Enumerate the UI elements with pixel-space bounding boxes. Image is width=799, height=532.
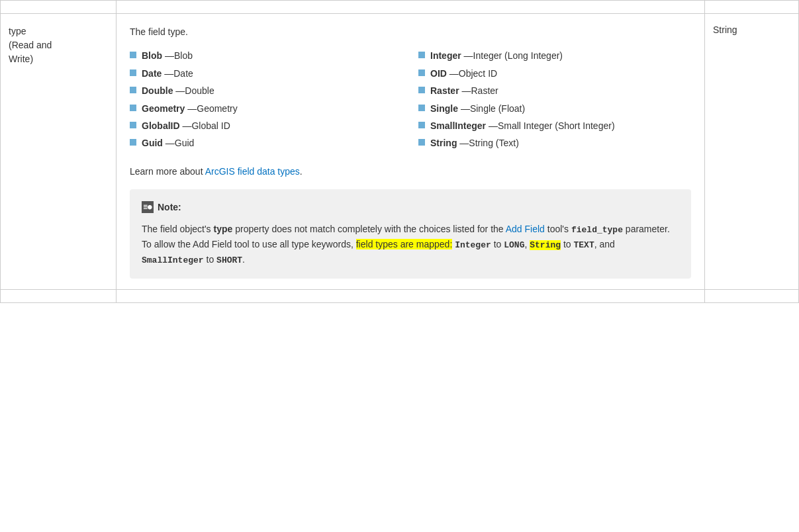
note-text-10: to [204, 254, 216, 265]
bullet-icon [130, 52, 136, 58]
bullet-icon [418, 122, 425, 128]
note-text-1: The field object's [142, 224, 214, 234]
data-table: type (Read and Write) The field type. Bl… [0, 0, 799, 303]
list-item: Single —Single (Float) [418, 101, 691, 116]
bullet-icon [418, 139, 425, 146]
list-item-text: GlobalID —Global ID [142, 118, 230, 133]
note-header: ≡● Note: [142, 200, 679, 214]
note-header-label: Note: [158, 200, 181, 214]
list-item-text: Date —Date [142, 66, 193, 81]
list-item-text: Geometry —Geometry [142, 101, 238, 116]
default-value: String [713, 24, 737, 35]
note-field-type-code: field_type [571, 225, 623, 235]
note-integer-code: Integer [455, 240, 491, 250]
note-smallinteger-code: SmallInteger [142, 255, 204, 265]
bullet-icon [418, 105, 425, 111]
field-description-cell: The field type. Blob —Blob Date —Date Do… [117, 14, 705, 290]
note-text-code: TEXT [574, 240, 594, 250]
list-item-text: OID —Object ID [430, 66, 497, 81]
note-short-code: SHORT [216, 255, 242, 265]
list-item-text: Single —Single (Float) [430, 101, 525, 116]
list-item: Date —Date [130, 66, 402, 81]
note-text-11: . [242, 254, 245, 265]
note-icon: ≡● [142, 201, 154, 213]
intro-text: The field type. [130, 26, 188, 37]
note-text-2: property does not match completely with … [232, 224, 505, 234]
note-box: ≡● Note: The field object's type propert… [130, 189, 691, 279]
list-item: Blob —Blob [130, 48, 402, 63]
note-text-3: tool's [545, 224, 571, 234]
note-type-bold: type [214, 224, 233, 234]
note-body: The field object's type property does no… [142, 222, 679, 268]
learn-more-suffix: . [300, 166, 303, 177]
note-string-code: String [530, 240, 561, 250]
note-text-9: , and [594, 239, 615, 249]
learn-more-prefix: Learn more about [130, 166, 205, 177]
list-item-text: SmallInteger —Small Integer (Short Integ… [430, 118, 615, 133]
field-type-list: Blob —Blob Date —Date Double —Double Geo… [130, 48, 691, 153]
list-item: Raster —Raster [418, 83, 691, 98]
list-item-text: Raster —Raster [430, 83, 498, 98]
list-item: Guid —Guid [130, 136, 402, 150]
bullet-icon [418, 69, 425, 76]
list-item-text: Integer —Integer (Long Integer) [430, 48, 563, 63]
list-item: OID —Object ID [418, 66, 691, 81]
list-item-text: String —String (Text) [430, 136, 519, 150]
field-intro: The field type. [130, 24, 691, 39]
bullet-icon [130, 105, 136, 111]
field-default-cell: String [705, 14, 799, 290]
arcgis-field-types-link[interactable]: ArcGIS field data types [205, 166, 300, 177]
note-text-8: to [561, 239, 573, 249]
note-highlight: field types are mapped: [356, 239, 453, 249]
bullet-icon [130, 122, 136, 128]
list-item: Geometry —Geometry [130, 101, 402, 116]
table-row: type (Read and Write) The field type. Bl… [1, 14, 799, 290]
note-text-6: to [491, 239, 504, 249]
list-item: Double —Double [130, 83, 402, 98]
bullet-icon [418, 87, 425, 93]
bottom-border-row [1, 289, 799, 302]
bullet-icon [130, 139, 136, 146]
add-field-link[interactable]: Add Field [506, 224, 545, 234]
learn-more-text: Learn more about ArcGIS field data types… [130, 164, 691, 179]
field-name-label: type (Read and Write) [9, 26, 52, 64]
bullet-icon [130, 69, 136, 76]
bullet-icon [130, 87, 136, 93]
field-name-cell: type (Read and Write) [1, 14, 117, 290]
bullet-icon [418, 52, 425, 58]
top-empty-row [1, 1, 799, 14]
list-item-text: Blob —Blob [142, 48, 193, 63]
list-item: Integer —Integer (Long Integer) [418, 48, 691, 63]
list-item-text: Guid —Guid [142, 136, 194, 150]
note-long-code: LONG [504, 240, 524, 250]
list-item: GlobalID —Global ID [130, 118, 402, 133]
list-item: SmallInteger —Small Integer (Short Integ… [418, 118, 691, 133]
list-item-text: Double —Double [142, 83, 214, 98]
list-item: String —String (Text) [418, 136, 691, 150]
main-wrapper: type (Read and Write) The field type. Bl… [0, 0, 799, 532]
